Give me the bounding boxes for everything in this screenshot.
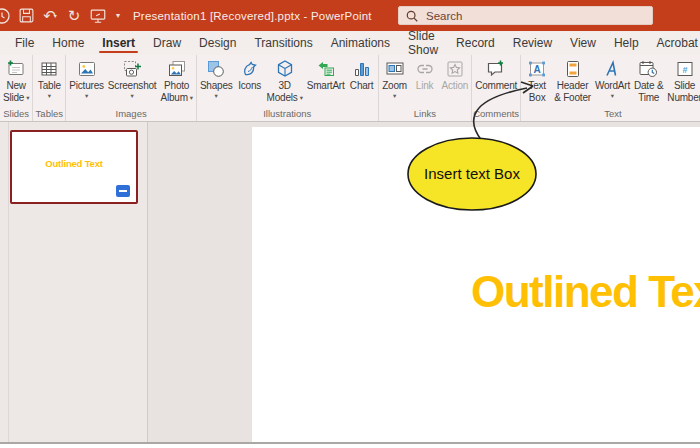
ribbon-button-table[interactable]: Table▾: [34, 57, 64, 99]
menu-tab-slide-show[interactable]: Slide Show: [399, 31, 447, 55]
ribbon-group-images: Pictures▾Screenshot▾PhotoAlbum▾Images: [66, 55, 197, 121]
ribbon-tab-bar: FileHomeInsertDrawDesignTransitionsAnima…: [0, 31, 700, 55]
slide-title[interactable]: Outlined Text: [471, 267, 700, 317]
ribbon-button-label: Header& Footer: [554, 80, 591, 104]
redo-button[interactable]: ↻: [63, 5, 85, 27]
ribbon-button-date-time[interactable]: Date &Time: [632, 57, 665, 104]
icons-icon: [240, 58, 260, 80]
photo-album-icon: [167, 58, 187, 80]
link-icon: [415, 58, 435, 80]
3d-models-icon: [275, 58, 295, 80]
ribbon-group-label: Images: [67, 107, 195, 121]
search-box[interactable]: [398, 6, 653, 25]
customize-qat-button[interactable]: ▾: [111, 5, 125, 27]
ribbon-group-label: Comments: [473, 107, 519, 121]
ribbon-button-screenshot[interactable]: Screenshot▾: [106, 57, 159, 99]
ribbon-button-label: Table: [38, 80, 61, 92]
ribbon-button-label: Shapes: [200, 80, 233, 92]
ribbon-button-label: Zoom: [382, 80, 407, 92]
menu-tab-home[interactable]: Home: [43, 31, 93, 55]
new-slide-icon: [6, 58, 26, 80]
ribbon-button-wordart[interactable]: WordArt▾: [593, 57, 632, 99]
menu-tab-transitions[interactable]: Transitions: [245, 31, 321, 55]
undo-button[interactable]: ↶▾: [39, 5, 61, 27]
ribbon-button-3d-models[interactable]: 3DModels▾: [265, 57, 305, 104]
menu-tab-acrobat[interactable]: Acrobat: [648, 31, 700, 55]
ribbon-group-label: Tables: [34, 107, 64, 121]
ribbon-button-label: WordArt: [595, 80, 630, 92]
ribbon-button-label: TextBox: [528, 80, 546, 104]
menu-tab-draw[interactable]: Draw: [144, 31, 190, 55]
menu-tab-design[interactable]: Design: [190, 31, 245, 55]
save-button[interactable]: [15, 5, 37, 27]
svg-text:A: A: [534, 64, 541, 75]
ribbon-group-comments: CommentComments: [472, 55, 521, 121]
menu-tab-help[interactable]: Help: [605, 31, 648, 55]
dropdown-chevron-icon: ▾: [85, 93, 88, 100]
dropdown-chevron-icon: ▾: [215, 93, 218, 100]
quick-access-toolbar: ↶▾↻▾: [0, 5, 125, 27]
ribbon-button-label: PhotoAlbum▾: [160, 80, 192, 104]
ribbon-button-slide-number[interactable]: #SlideNumber: [665, 57, 700, 104]
ribbon-button-chart[interactable]: Chart: [347, 57, 377, 92]
slide-canvas[interactable]: Outlined Text: [252, 127, 700, 442]
ribbon-group-links: Zoom▾LinkActionLinks: [379, 55, 473, 121]
ribbon-button-header-footer[interactable]: Header& Footer: [552, 57, 593, 104]
ribbon-button-action: Action: [440, 57, 471, 92]
ribbon-button-zoom[interactable]: Zoom▾: [380, 57, 410, 99]
menu-tab-record[interactable]: Record: [447, 31, 504, 55]
ribbon-button-label: Chart: [350, 80, 373, 92]
action-icon: [445, 58, 465, 80]
search-input[interactable]: [424, 9, 646, 23]
ribbon-button-label: SmartArt: [307, 80, 345, 92]
ribbon-button-link: Link: [410, 57, 440, 92]
autosave-icon[interactable]: [0, 5, 13, 27]
menu-tab-view[interactable]: View: [561, 31, 605, 55]
smartart-icon: [316, 58, 336, 80]
dropdown-chevron-icon: ▾: [393, 93, 396, 100]
text-box-icon: A: [527, 58, 547, 80]
comment-icon: [486, 58, 506, 80]
menu-tab-insert[interactable]: Insert: [93, 31, 144, 55]
thumbnail-logo: [116, 185, 130, 197]
ribbon-button-label: SlideNumber: [667, 80, 700, 104]
date-time-icon: [638, 58, 659, 80]
ribbon-button-shapes[interactable]: Shapes▾: [198, 57, 235, 99]
ribbon-group-illustrations: Shapes▾Icons3DModels▾SmartArtChartIllust…: [197, 55, 379, 121]
wordart-icon: [602, 58, 622, 80]
thumbnail-title-text: Outlined Text: [12, 158, 136, 169]
zoom-icon: [385, 58, 405, 80]
ribbon-group-tables: Table▾Tables: [33, 55, 66, 121]
pictures-icon: [77, 58, 97, 80]
menu-tab-review[interactable]: Review: [504, 31, 561, 55]
window-bottom-edge: [0, 442, 700, 444]
dropdown-chevron-icon: ▾: [611, 93, 614, 100]
table-icon: [39, 58, 59, 80]
ribbon-button-pictures[interactable]: Pictures▾: [67, 57, 106, 99]
ribbon-button-label: 3DModels▾: [267, 80, 303, 104]
ribbon-button-label: Screenshot: [108, 80, 157, 92]
ribbon-group-label: Slides: [1, 107, 31, 121]
search-icon: [405, 9, 419, 23]
ribbon-button-smartart[interactable]: SmartArt: [305, 57, 347, 92]
screenshot-icon: [122, 58, 142, 80]
panel-divider: [8, 122, 9, 442]
ribbon-button-icons[interactable]: Icons: [235, 57, 265, 92]
dropdown-chevron-icon: ▾: [131, 93, 134, 100]
ribbon-button-label: Comment: [475, 80, 517, 92]
ribbon-button-photo-album[interactable]: PhotoAlbum▾: [158, 57, 194, 104]
ribbon-group-label: Text: [522, 107, 700, 121]
slide-thumbnail-panel: Outlined Text: [0, 122, 148, 442]
start-slideshow-button[interactable]: [87, 5, 109, 27]
menu-tab-file[interactable]: File: [6, 31, 43, 55]
ribbon-button-text-box[interactable]: ATextBox: [522, 57, 552, 104]
ribbon-button-new-slide[interactable]: NewSlide▾: [1, 57, 31, 104]
ribbon-button-label: Link: [416, 80, 434, 92]
ribbon: NewSlide▾SlidesTable▾TablesPictures▾Scre…: [0, 55, 700, 122]
ribbon-button-comment[interactable]: Comment: [473, 57, 519, 92]
ribbon-button-label: Icons: [238, 80, 261, 92]
menu-tab-animations[interactable]: Animations: [322, 31, 399, 55]
ribbon-group-label: Illustrations: [198, 107, 377, 121]
ribbon-button-label: Action: [442, 80, 469, 92]
slide-thumbnail[interactable]: Outlined Text: [10, 130, 138, 204]
